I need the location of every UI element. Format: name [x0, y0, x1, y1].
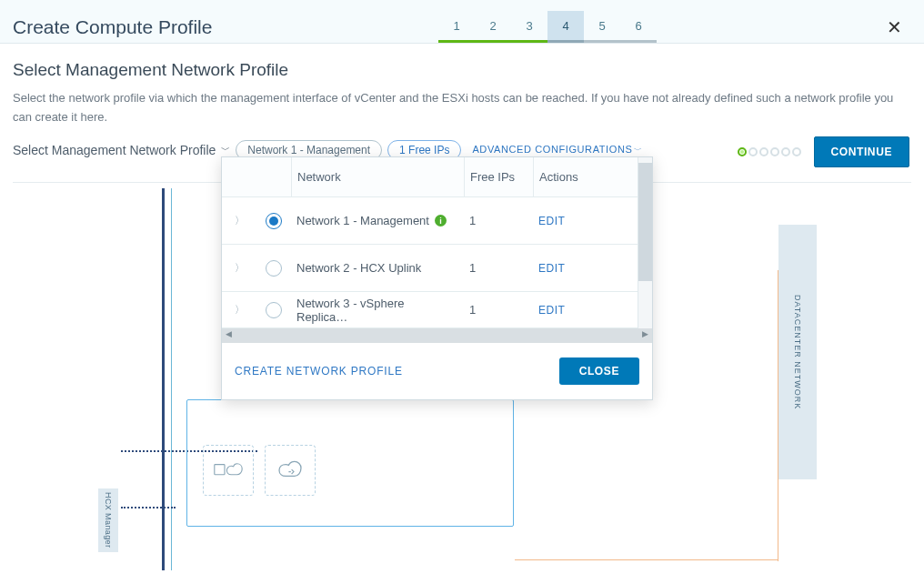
- scrollbar-thumb[interactable]: [638, 163, 652, 281]
- progress-dot: [748, 147, 758, 156]
- close-button[interactable]: CLOSE: [559, 357, 639, 385]
- select-network-radio[interactable]: [266, 302, 282, 318]
- network-profile-dropdown: Network Free IPs Actions 〉 Network 1 - M…: [221, 156, 653, 400]
- datacenter-network-label-box: DATACENTER NETWORK: [778, 225, 817, 479]
- expand-row-icon[interactable]: 〉: [222, 261, 256, 275]
- continue-button[interactable]: CONTINUE: [814, 136, 909, 167]
- progress-dot: [759, 147, 768, 156]
- free-ips-cell: 1: [464, 303, 533, 317]
- advanced-configurations-label: ADVANCED CONFIGURATIONS: [472, 144, 632, 155]
- step-5[interactable]: 5: [584, 11, 620, 43]
- dropdown-footer: CREATE NETWORK PROFILE CLOSE: [222, 343, 652, 399]
- network-table: Network Free IPs Actions 〉 Network 1 - M…: [222, 157, 652, 343]
- table-row[interactable]: 〉 Network 1 - Management i 1 EDIT: [222, 197, 652, 245]
- diagram-dotted-line: [121, 507, 176, 508]
- edit-link[interactable]: EDIT: [538, 215, 565, 227]
- col-network: Network: [291, 157, 464, 196]
- section-title: Select Management Network Profile: [13, 60, 911, 80]
- col-actions: Actions: [533, 157, 615, 196]
- wizard-header: Create Compute Profile 1 2 3 4 5 6 ✕: [0, 0, 924, 44]
- diagram-line: [162, 188, 165, 570]
- cloud-icon: [265, 445, 316, 496]
- network-name: Network 1 - Management: [296, 214, 429, 227]
- col-expand: [222, 157, 256, 196]
- hcx-manager-label: HCX Manager: [104, 492, 113, 548]
- expand-row-icon[interactable]: 〉: [222, 214, 256, 227]
- free-ips-cell: 1: [464, 261, 533, 275]
- diagram-line: [171, 188, 172, 570]
- info-icon[interactable]: i: [435, 215, 447, 227]
- network-name: Network 2 - HCX Uplink: [296, 261, 421, 275]
- chevron-down-icon: ﹀: [634, 146, 643, 155]
- progress-dots: [738, 147, 801, 156]
- create-network-profile-link[interactable]: CREATE NETWORK PROFILE: [235, 365, 403, 378]
- select-network-radio[interactable]: [266, 260, 282, 277]
- step-4[interactable]: 4: [547, 11, 584, 43]
- hcx-manager-label-box: HCX Manager: [98, 488, 118, 552]
- network-select-label: Select Management Network Profile: [13, 143, 216, 157]
- diagram-line: [515, 559, 778, 560]
- col-select: [256, 157, 291, 196]
- progress-dot: [781, 147, 790, 156]
- datacenter-network-label: DATACENTER NETWORK: [793, 295, 802, 409]
- wizard-steps: 1 2 3 4 5 6: [438, 11, 657, 43]
- section-description: Select the network profile via which the…: [13, 89, 909, 127]
- progress-dot-active: [738, 147, 747, 156]
- edit-link[interactable]: EDIT: [538, 304, 565, 317]
- chevron-down-icon[interactable]: ﹀: [221, 144, 230, 156]
- network-name: Network 3 - vSphere Replica…: [296, 297, 458, 324]
- table-header: Network Free IPs Actions: [222, 157, 652, 197]
- svg-rect-0: [215, 464, 225, 474]
- progress-dot: [770, 147, 779, 156]
- close-icon[interactable]: ✕: [883, 13, 906, 42]
- vertical-scrollbar[interactable]: [638, 157, 652, 330]
- horizontal-scrollbar[interactable]: [222, 328, 652, 343]
- table-row[interactable]: 〉 Network 3 - vSphere Replica… 1 EDIT: [222, 292, 652, 328]
- step-2[interactable]: 2: [475, 11, 511, 43]
- step-1[interactable]: 1: [438, 11, 475, 43]
- appliance-icon: [203, 445, 254, 496]
- col-free-ips: Free IPs: [464, 157, 533, 196]
- step-3[interactable]: 3: [511, 11, 547, 43]
- free-ips-cell: 1: [464, 214, 533, 227]
- step-6[interactable]: 6: [620, 11, 657, 43]
- wizard-title: Create Compute Profile: [13, 16, 212, 38]
- edit-link[interactable]: EDIT: [538, 262, 565, 275]
- select-network-radio[interactable]: [266, 213, 282, 229]
- advanced-configurations-link[interactable]: ADVANCED CONFIGURATIONS﹀: [472, 144, 643, 156]
- table-row[interactable]: 〉 Network 2 - HCX Uplink 1 EDIT: [222, 245, 652, 292]
- expand-row-icon[interactable]: 〉: [222, 303, 256, 317]
- progress-dot: [792, 147, 801, 156]
- diagram-icon-row: [203, 445, 316, 496]
